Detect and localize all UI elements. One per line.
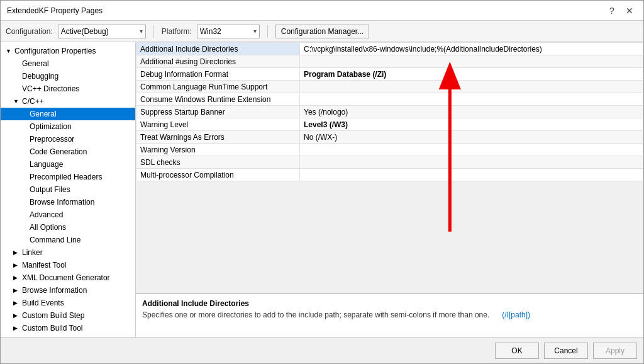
tree-item-language[interactable]: Language (1, 158, 135, 171)
tree-label-vc-dirs: VC++ Directories (22, 84, 79, 93)
expander-icon-build-events: ▶ (13, 300, 21, 306)
tree-item-cpp-general[interactable]: General (1, 108, 135, 120)
tree-label-custom-build-step: Custom Build Step (22, 311, 84, 320)
button-row: OK Cancel Apply (1, 337, 643, 363)
tree-item-output-files[interactable]: Output Files (1, 183, 135, 196)
tree-label-browse-info: Browse Information (30, 198, 94, 207)
platform-value: Win32 (200, 27, 221, 36)
prop-value-suppress-banner: Yes (/nologo) (300, 106, 643, 118)
tree-item-preprocessor[interactable]: Preprocessor (1, 133, 135, 145)
tree-item-browse-info2[interactable]: ▶Browse Information (1, 284, 135, 297)
prop-row-sdl-checks[interactable]: SDL checks (136, 156, 643, 169)
tree-label-cpp-general: General (30, 110, 57, 118)
tree-label-build-events: Build Events (22, 299, 64, 307)
right-panel: Additional Include DirectoriesC:\vcpkg\i… (136, 42, 643, 337)
title-bar: ExtendedKF Property Pages ? ✕ (1, 1, 643, 21)
prop-name-warning-version: Warning Version (136, 144, 300, 156)
tree-label-cmd-line: Command Line (30, 236, 80, 244)
prop-name-warning-level: Warning Level (136, 118, 300, 131)
prop-row-add-using-dirs[interactable]: Additional #using Directories (136, 55, 643, 68)
prop-row-add-inc-dirs[interactable]: Additional Include DirectoriesC:\vcpkg\i… (136, 43, 643, 55)
prop-name-consume-win-rt: Consume Windows Runtime Extension (136, 93, 300, 106)
tree-label-browse-info2: Browse Information (22, 286, 87, 295)
expander-icon-xml-doc-gen: ▶ (13, 275, 21, 281)
tree-item-advanced[interactable]: Advanced (1, 208, 135, 221)
prop-table: Additional Include DirectoriesC:\vcpkg\i… (136, 42, 643, 181)
prop-row-debug-info-fmt[interactable]: Debug Information FormatProgram Database… (136, 68, 643, 81)
config-chevron-icon: ▾ (140, 28, 143, 35)
prop-row-clr-support[interactable]: Common Language RunTime Support (136, 81, 643, 93)
prop-value-consume-win-rt (300, 93, 643, 106)
apply-button[interactable]: Apply (593, 343, 637, 359)
prop-value-debug-info-fmt: Program Database (/Zi) (300, 68, 643, 81)
prop-row-mp-compilation[interactable]: Multi-processor Compilation (136, 169, 643, 181)
tree-item-browse-info[interactable]: Browse Information (1, 196, 135, 208)
title-bar-controls: ? ✕ (604, 3, 637, 18)
tree-item-code-gen[interactable]: Code Generation (1, 145, 135, 158)
prop-row-consume-win-rt[interactable]: Consume Windows Runtime Extension (136, 93, 643, 106)
expander-icon-custom-build-tool: ▶ (13, 325, 21, 331)
expander-icon-cpp: ▼ (13, 98, 21, 105)
prop-name-mp-compilation: Multi-processor Compilation (136, 169, 300, 181)
prop-row-warning-version[interactable]: Warning Version (136, 144, 643, 156)
tree-label-optimization: Optimization (30, 122, 72, 131)
tree-label-custom-build-tool: Custom Build Tool (22, 324, 83, 333)
tree-item-debugging[interactable]: Debugging (1, 70, 135, 82)
tree-item-vc-dirs[interactable]: VC++ Directories (1, 82, 135, 95)
ok-button[interactable]: OK (495, 343, 539, 359)
desc-title: Additional Include Directories (142, 299, 637, 308)
tree-item-general[interactable]: General (1, 57, 135, 70)
description-panel: Additional Include Directories Specifies… (136, 293, 643, 337)
tree-item-manifest-tool[interactable]: ▶Manifest Tool (1, 259, 135, 271)
prop-name-treat-warn-err: Treat Warnings As Errors (136, 131, 300, 144)
tree-item-xml-doc-gen[interactable]: ▶XML Document Generator (1, 271, 135, 284)
config-manager-button[interactable]: Configuration Manager... (275, 25, 369, 38)
prop-row-suppress-banner[interactable]: Suppress Startup BannerYes (/nologo) (136, 106, 643, 118)
prop-value-clr-support (300, 81, 643, 93)
prop-value-warning-level: Level3 (/W3) (300, 118, 643, 131)
tree-item-precomp-headers[interactable]: Precompiled Headers (1, 171, 135, 183)
prop-row-treat-warn-err[interactable]: Treat Warnings As ErrorsNo (/WX-) (136, 131, 643, 144)
tree-label-preprocessor: Preprocessor (30, 135, 74, 144)
help-button[interactable]: ? (604, 3, 619, 18)
expander-icon-browse-info2: ▶ (13, 287, 21, 293)
property-grid: Additional Include DirectoriesC:\vcpkg\i… (136, 42, 643, 181)
prop-name-sdl-checks: SDL checks (136, 156, 300, 169)
tree-label-advanced: Advanced (30, 210, 63, 219)
cancel-button[interactable]: Cancel (544, 343, 588, 359)
toolbar-separator2 (267, 25, 268, 38)
tree-label-xml-doc-gen: XML Document Generator (22, 273, 110, 282)
prop-row-warning-level[interactable]: Warning LevelLevel3 (/W3) (136, 118, 643, 131)
platform-dropdown[interactable]: Win32 ▾ (197, 25, 260, 38)
tree-item-custom-build-step[interactable]: ▶Custom Build Step (1, 309, 135, 322)
expander-icon-manifest-tool: ▶ (13, 262, 21, 268)
title-bar-left: ExtendedKF Property Pages (7, 6, 103, 15)
tree-item-cpp[interactable]: ▼C/C++ (1, 95, 135, 108)
tree-label-language: Language (30, 160, 63, 169)
tree-item-build-events[interactable]: ▶Build Events (1, 297, 135, 309)
tree-item-cmd-line[interactable]: Command Line (1, 234, 135, 246)
desc-hint: (/I[path]) (502, 310, 530, 319)
tree-item-custom-build-tool[interactable]: ▶Custom Build Tool (1, 322, 135, 334)
config-dropdown[interactable]: Active(Debug) ▾ (58, 25, 146, 38)
prop-name-suppress-banner: Suppress Startup Banner (136, 106, 300, 118)
tree-label-linker: Linker (22, 248, 43, 257)
tree-label-precomp-headers: Precompiled Headers (30, 173, 102, 181)
prop-value-treat-warn-err: No (/WX-) (300, 131, 643, 144)
tree-label-all-options: All Options (30, 223, 66, 232)
platform-label: Platform: (162, 27, 192, 36)
expander-icon-custom-build-step: ▶ (13, 312, 21, 319)
prop-name-add-using-dirs: Additional #using Directories (136, 55, 300, 68)
toolbar: Configuration: Active(Debug) ▾ Platform:… (1, 21, 643, 42)
config-label: Configuration: (6, 27, 53, 36)
prop-name-clr-support: Common Language RunTime Support (136, 81, 300, 93)
tree-item-all-options[interactable]: All Options (1, 221, 135, 234)
prop-name-debug-info-fmt: Debug Information Format (136, 68, 300, 81)
close-button[interactable]: ✕ (622, 3, 637, 18)
tree-item-config-props[interactable]: ▼Configuration Properties (1, 45, 135, 57)
tree-label-config-props: Configuration Properties (14, 47, 96, 55)
tree-item-optimization[interactable]: Optimization (1, 120, 135, 133)
prop-value-mp-compilation (300, 169, 643, 181)
dialog-title: ExtendedKF Property Pages (7, 6, 103, 15)
tree-item-linker[interactable]: ▶Linker (1, 246, 135, 259)
